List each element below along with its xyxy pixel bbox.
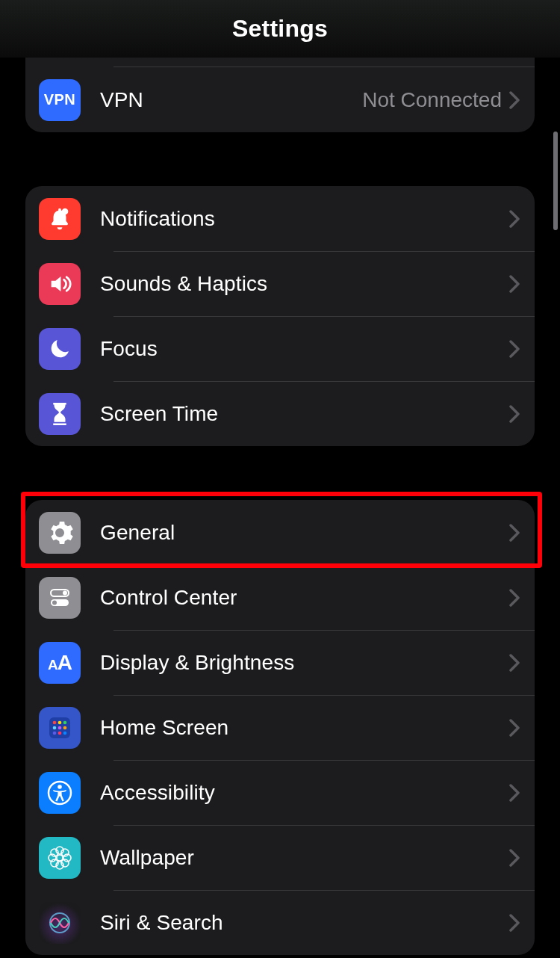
svg-point-4 (52, 600, 57, 605)
row-focus[interactable]: Focus (25, 316, 535, 381)
chevron-right-icon (509, 210, 520, 228)
accessibility-icon (39, 772, 81, 814)
chevron-right-icon (509, 340, 520, 358)
gear-icon (39, 512, 81, 554)
moon-icon (39, 328, 81, 370)
chevron-right-icon (509, 849, 520, 867)
row-control-center[interactable]: Control Center (25, 565, 535, 630)
row-vpn[interactable]: VPN VPN Not Connected (25, 67, 535, 132)
speaker-icon (39, 263, 81, 305)
chevron-right-icon (509, 524, 520, 542)
svg-point-16 (57, 785, 62, 789)
svg-point-13 (58, 731, 62, 735)
row-label: Wallpaper (100, 846, 509, 870)
chevron-right-icon (509, 91, 520, 109)
row-accessibility[interactable]: Accessibility (25, 760, 535, 825)
scrollbar-thumb[interactable] (553, 132, 558, 230)
row-home-screen[interactable]: Home Screen (25, 695, 535, 760)
page-title: Settings (232, 15, 328, 43)
chevron-right-icon (509, 405, 520, 423)
chevron-right-icon (509, 654, 520, 672)
row-label: Focus (100, 337, 509, 361)
group-general: General Control Center A (25, 500, 535, 955)
svg-point-9 (53, 726, 57, 729)
settings-list: VPN VPN Not Connected Notifications Soun… (0, 58, 560, 955)
bell-icon (39, 198, 81, 240)
row-detail: Not Connected (362, 88, 502, 112)
row-general[interactable]: General (25, 500, 535, 565)
clipped-row-remnant (113, 58, 535, 67)
row-display-brightness[interactable]: AA Display & Brightness (25, 630, 535, 695)
group-connectivity: VPN VPN Not Connected (25, 58, 535, 132)
group-attention: Notifications Sounds & Haptics Focus (25, 186, 535, 446)
chevron-right-icon (509, 589, 520, 607)
text-size-icon: AA (39, 642, 81, 684)
svg-point-10 (58, 726, 62, 729)
vpn-icon: VPN (39, 79, 81, 121)
row-label: Accessibility (100, 781, 509, 805)
row-label: Screen Time (100, 402, 509, 426)
toggles-icon (39, 577, 81, 619)
svg-point-7 (58, 720, 62, 724)
siri-icon (39, 902, 81, 944)
chevron-right-icon (509, 914, 520, 932)
svg-point-0 (62, 208, 69, 214)
chevron-right-icon (509, 719, 520, 737)
svg-point-17 (57, 855, 63, 861)
vpn-icon-text: VPN (44, 91, 76, 108)
row-label: Home Screen (100, 716, 509, 740)
chevron-right-icon (509, 784, 520, 802)
row-label: General (100, 521, 509, 545)
row-label: Display & Brightness (100, 651, 509, 675)
svg-point-12 (53, 731, 57, 735)
svg-point-11 (63, 726, 67, 729)
hourglass-icon (39, 393, 81, 435)
row-wallpaper[interactable]: Wallpaper (25, 825, 535, 890)
app-grid-icon (39, 707, 81, 749)
row-screen-time[interactable]: Screen Time (25, 381, 535, 446)
svg-point-8 (63, 720, 67, 724)
svg-point-14 (63, 731, 67, 735)
row-notifications[interactable]: Notifications (25, 186, 535, 251)
row-label: Siri & Search (100, 911, 509, 935)
row-label: Notifications (100, 207, 509, 231)
row-siri-search[interactable]: Siri & Search (25, 890, 535, 955)
row-label: VPN (100, 88, 362, 112)
row-sounds-haptics[interactable]: Sounds & Haptics (25, 251, 535, 316)
navbar: Settings (0, 0, 560, 58)
svg-point-2 (63, 590, 67, 595)
svg-point-6 (53, 720, 57, 724)
flower-icon (39, 837, 81, 879)
row-label: Sounds & Haptics (100, 272, 509, 296)
chevron-right-icon (509, 275, 520, 293)
row-label: Control Center (100, 586, 509, 610)
